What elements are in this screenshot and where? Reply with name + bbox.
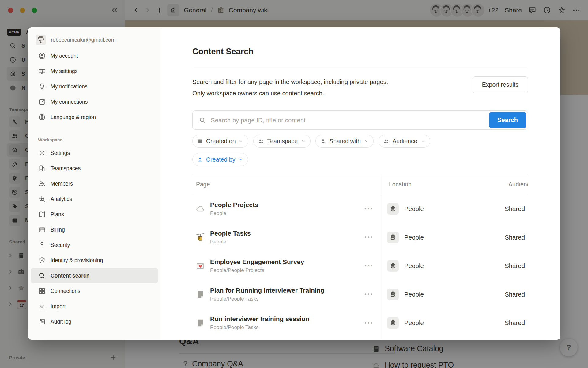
search-icon xyxy=(38,272,46,280)
menu-item-audit-log[interactable]: Audit log xyxy=(31,314,158,329)
shield-check-icon xyxy=(38,256,46,264)
menu-item-my-connections[interactable]: My connections xyxy=(31,94,158,109)
menu-item-analytics[interactable]: Analytics xyxy=(31,191,158,207)
menu-item-billing[interactable]: Billing xyxy=(31,222,158,237)
filter-chips-row-2: Created by xyxy=(192,153,528,166)
calendar-icon xyxy=(197,138,203,144)
table-row[interactable]: Plan for Running Interviewer Training Pe… xyxy=(192,280,528,309)
chevron-down-icon xyxy=(239,139,243,144)
account-email: rebeccamcakir@gmail.com xyxy=(51,37,115,43)
account-header: rebeccamcakir@gmail.com xyxy=(31,30,158,48)
page-icon xyxy=(195,318,205,328)
menu-item-language-region[interactable]: Language & region xyxy=(31,109,158,125)
person-icon xyxy=(320,138,326,144)
settings-modal: rebeccamcakir@gmail.com My account My se… xyxy=(28,27,560,340)
divider xyxy=(192,68,528,68)
row-audience: Shared xyxy=(496,319,528,327)
teamspace-flower-icon xyxy=(387,260,399,272)
menu-item-settings[interactable]: Settings xyxy=(31,145,158,161)
chevron-down-icon xyxy=(301,139,306,144)
row-audience: Shared xyxy=(496,291,528,298)
filter-chips-row: Created on Teamspace Shared with Audienc… xyxy=(192,135,528,148)
filter-created-by[interactable]: Created by xyxy=(192,153,248,166)
chevron-down-icon xyxy=(364,139,369,144)
teamspace-flower-icon xyxy=(387,317,399,329)
menu-item-connections[interactable]: Connections xyxy=(31,283,158,299)
chevron-down-icon xyxy=(420,139,425,144)
filter-teamspace[interactable]: Teamspace xyxy=(253,135,311,148)
table-row[interactable]: People Tasks People People Shared xyxy=(192,223,528,251)
export-results-button[interactable]: Export results xyxy=(473,76,528,93)
map-icon xyxy=(38,210,46,218)
teamspace-flower-icon xyxy=(387,203,399,215)
menu-item-my-notifications[interactable]: My notifications xyxy=(31,79,158,94)
page-icon xyxy=(195,289,205,299)
import-arrow-icon xyxy=(38,302,46,310)
globe-icon xyxy=(38,113,46,121)
menu-item-teamspaces[interactable]: Teamspaces xyxy=(31,161,158,176)
search-input[interactable] xyxy=(210,116,489,124)
cloud-icon xyxy=(195,204,205,214)
grid-icon xyxy=(38,287,46,295)
content-search-panel: Content Search Search and filter for any… xyxy=(160,27,560,340)
chevron-down-icon xyxy=(238,157,243,162)
column-divider xyxy=(380,174,380,340)
table-row[interactable]: People Projects People People Shared xyxy=(192,194,528,223)
column-header-page: Page xyxy=(192,181,380,188)
table-header: Page Location Audience xyxy=(192,174,528,194)
search-icon xyxy=(199,117,206,124)
row-more-icon[interactable] xyxy=(365,236,373,238)
content-search-bar: Search xyxy=(192,110,528,130)
scroll-icon xyxy=(38,318,46,326)
arrow-up-right-icon xyxy=(38,98,46,106)
filter-created-on[interactable]: Created on xyxy=(192,135,248,148)
filter-shared-with[interactable]: Shared with xyxy=(315,135,374,148)
page-description: Search and filter for any page in the wo… xyxy=(192,76,388,99)
menu-item-import[interactable]: Import xyxy=(31,299,158,314)
people-icon xyxy=(383,138,389,144)
filter-audience[interactable]: Audience xyxy=(379,135,430,148)
teamspace-flower-icon xyxy=(387,289,399,300)
menu-item-security[interactable]: Security xyxy=(31,237,158,253)
menu-item-content-search[interactable]: Content search xyxy=(31,268,158,283)
people-icon xyxy=(258,138,264,144)
workspace-section-header: Workspace xyxy=(31,137,158,142)
menu-item-my-account[interactable]: My account xyxy=(31,48,158,63)
credit-card-icon xyxy=(38,226,46,234)
people-icon xyxy=(38,180,46,188)
love-letter-icon xyxy=(195,261,205,271)
person-circle-icon xyxy=(38,52,46,60)
table-row[interactable]: Run interviewer training session People/… xyxy=(192,309,528,337)
person-icon xyxy=(197,156,203,163)
row-more-icon[interactable] xyxy=(365,293,373,295)
row-more-icon[interactable] xyxy=(365,208,373,210)
settings-menu: rebeccamcakir@gmail.com My account My se… xyxy=(28,27,160,340)
row-more-icon[interactable] xyxy=(365,265,373,267)
row-more-icon[interactable] xyxy=(365,322,373,324)
menu-item-members[interactable]: Members xyxy=(31,176,158,191)
building-icon xyxy=(38,164,46,172)
row-audience: Shared xyxy=(496,262,528,270)
table-row[interactable]: Employee Engagement Survey People/People… xyxy=(192,251,528,280)
column-header-audience: Audience xyxy=(496,181,528,188)
menu-item-plans[interactable]: Plans xyxy=(31,207,158,222)
menu-item-identity-provisioning[interactable]: Identity & provisioning xyxy=(31,253,158,268)
menu-item-my-settings[interactable]: My settings xyxy=(31,63,158,79)
results-table: Page Location Audience People Projects P… xyxy=(192,174,528,340)
teamspace-flower-icon xyxy=(387,232,399,243)
column-header-location: Location xyxy=(380,181,496,188)
page-title: Content Search xyxy=(192,46,528,57)
user-avatar xyxy=(36,35,46,45)
gear-icon xyxy=(38,149,46,157)
sliders-icon xyxy=(38,67,46,75)
row-audience: Shared xyxy=(496,205,528,213)
bell-icon xyxy=(38,82,46,90)
notion-app-window: General / Company wiki +22 Share xyxy=(0,0,588,368)
tramway-icon xyxy=(195,232,205,242)
search-button[interactable]: Search xyxy=(489,112,526,128)
key-icon xyxy=(38,241,46,249)
magnifier-plus-icon xyxy=(38,195,46,203)
row-audience: Shared xyxy=(496,234,528,241)
